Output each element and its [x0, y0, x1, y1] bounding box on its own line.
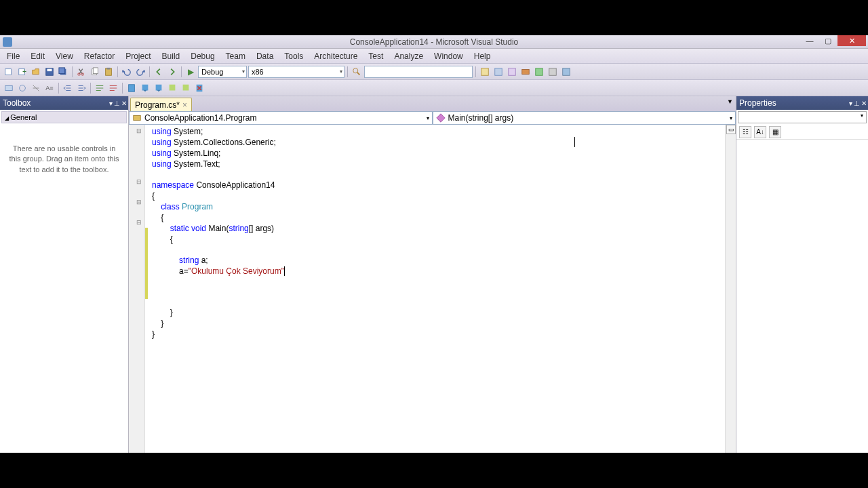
maximize-button[interactable]: ▢ [819, 35, 837, 46]
menu-refactor[interactable]: Refactor [79, 49, 120, 63]
svg-rect-29 [134, 116, 141, 121]
toolbox-button[interactable] [519, 66, 532, 78]
display-param-button[interactable] [16, 82, 28, 94]
toolbox-header[interactable]: Toolbox ▾ ⊥ ✕ [0, 96, 128, 110]
undo-button[interactable] [121, 66, 133, 78]
toolbox-title: Toolbox [3, 98, 31, 108]
start-page-button[interactable] [533, 66, 545, 78]
properties-header[interactable]: Properties ▾ ⊥ ✕ [736, 96, 868, 110]
redo-button[interactable] [134, 66, 146, 78]
object-browser-button[interactable] [506, 66, 518, 78]
save-button[interactable] [43, 66, 56, 78]
uncomment-button[interactable] [107, 82, 119, 94]
platform-dropdown[interactable]: x86 [248, 66, 344, 78]
outline-toggle-icon[interactable]: ⊟ [136, 218, 142, 228]
property-pages-button[interactable]: ▦ [769, 126, 781, 138]
find-in-files-button[interactable] [351, 66, 363, 78]
display-word-completion-button[interactable]: A≡ [43, 82, 56, 94]
save-all-button[interactable] [57, 66, 69, 78]
display-quick-info-button[interactable] [30, 82, 42, 94]
extension-manager-button[interactable] [547, 66, 559, 78]
next-bookmark-button[interactable] [153, 82, 165, 94]
tab-close-icon[interactable]: × [182, 100, 187, 110]
svg-rect-24 [142, 84, 149, 90]
code-content[interactable]: using System; using System.Collections.G… [148, 125, 725, 453]
properties-pin-icon[interactable]: ⊥ [854, 100, 860, 107]
window-title: ConsoleApplication14 - Microsoft Visual … [350, 37, 519, 47]
toolbox-panel: Toolbox ▾ ⊥ ✕ General There are no usabl… [0, 96, 129, 453]
menu-architecture[interactable]: Architecture [309, 49, 363, 63]
menu-view[interactable]: View [50, 49, 79, 63]
menu-edit[interactable]: Edit [25, 49, 50, 63]
outline-gutter: ⊟ ⊟ ⊟ ⊟ [129, 125, 145, 453]
menu-test[interactable]: Test [363, 49, 389, 63]
outline-toggle-icon[interactable]: ⊟ [136, 177, 142, 187]
menu-window[interactable]: Window [429, 49, 469, 63]
properties-title: Properties [739, 98, 776, 108]
properties-body: ☷ A↓ ▦ [736, 110, 868, 453]
toolbox-group-general[interactable]: General [1, 111, 127, 123]
menu-build[interactable]: Build [157, 49, 186, 63]
comment-button[interactable] [94, 82, 106, 94]
menu-team[interactable]: Team [220, 49, 251, 63]
open-button[interactable] [30, 66, 42, 78]
vertical-scrollbar[interactable]: ▭ [725, 125, 736, 453]
tab-label: Program.cs* [135, 100, 180, 110]
svg-rect-18 [536, 68, 543, 75]
minimize-button[interactable]: — [801, 35, 818, 46]
menu-file[interactable]: File [1, 49, 25, 63]
new-project-button[interactable] [3, 66, 15, 78]
menu-analyze[interactable]: Analyze [389, 49, 429, 63]
outline-toggle-icon[interactable]: ⊟ [136, 126, 142, 136]
cut-button[interactable] [75, 66, 87, 78]
prev-bookmark-folder-button[interactable] [166, 82, 178, 94]
display-object-button[interactable] [3, 82, 15, 94]
categorized-button[interactable]: ☷ [739, 126, 751, 138]
navigate-forward-button[interactable] [166, 66, 178, 78]
quick-find-input[interactable] [364, 66, 473, 78]
copy-button[interactable] [89, 66, 101, 78]
tabs-overflow-icon[interactable]: ▼ [727, 98, 733, 105]
member-nav-dropdown[interactable]: Main(string[] args) [433, 111, 736, 125]
toolbox-dropdown-icon[interactable]: ▾ [109, 100, 113, 107]
decrease-indent-button[interactable] [62, 82, 74, 94]
increase-indent-button[interactable] [75, 82, 87, 94]
menu-tools[interactable]: Tools [279, 49, 309, 63]
paste-button[interactable] [102, 66, 115, 78]
properties-object-dropdown[interactable] [738, 111, 867, 123]
other-windows-button[interactable] [560, 66, 572, 78]
config-dropdown[interactable]: Debug [198, 66, 247, 78]
app-icon [3, 37, 12, 47]
properties-dropdown-icon[interactable]: ▾ [849, 100, 852, 107]
menu-help[interactable]: Help [469, 49, 496, 63]
bookmark-button[interactable] [125, 82, 138, 94]
navigate-back-button[interactable] [153, 66, 165, 78]
close-button[interactable]: ✕ [837, 35, 866, 46]
svg-rect-12 [106, 67, 110, 69]
menu-debug[interactable]: Debug [185, 49, 220, 63]
alphabetical-button[interactable]: A↓ [754, 126, 766, 138]
class-nav-dropdown[interactable]: ConsoleApplication14.Program [129, 111, 433, 125]
outline-toggle-icon[interactable]: ⊟ [136, 197, 142, 207]
svg-point-13 [353, 68, 358, 73]
svg-rect-4 [47, 68, 52, 71]
app-window: ConsoleApplication14 - Microsoft Visual … [0, 35, 868, 453]
toolbar-main: + ▶ Debug x86 [0, 64, 868, 80]
add-item-button[interactable]: + [16, 66, 28, 78]
menu-data[interactable]: Data [251, 49, 279, 63]
clear-bookmarks-button[interactable] [193, 82, 205, 94]
properties-window-button[interactable] [492, 66, 505, 78]
split-handle[interactable]: ▭ [726, 125, 736, 134]
prev-bookmark-button[interactable] [139, 82, 151, 94]
solution-explorer-button[interactable] [479, 66, 491, 78]
menu-project[interactable]: Project [120, 49, 156, 63]
tab-program-cs[interactable]: Program.cs* × [130, 98, 192, 111]
properties-close-icon[interactable]: ✕ [861, 100, 867, 107]
toolbox-pin-icon[interactable]: ⊥ [114, 100, 120, 107]
class-icon [132, 113, 142, 123]
code-editor[interactable]: ⊟ ⊟ ⊟ ⊟ using System; using System.Colle… [129, 125, 736, 453]
start-debug-button[interactable]: ▶ [184, 66, 197, 78]
toolbox-close-icon[interactable]: ✕ [121, 100, 127, 107]
svg-rect-6 [59, 67, 65, 73]
next-bookmark-folder-button[interactable] [180, 82, 192, 94]
